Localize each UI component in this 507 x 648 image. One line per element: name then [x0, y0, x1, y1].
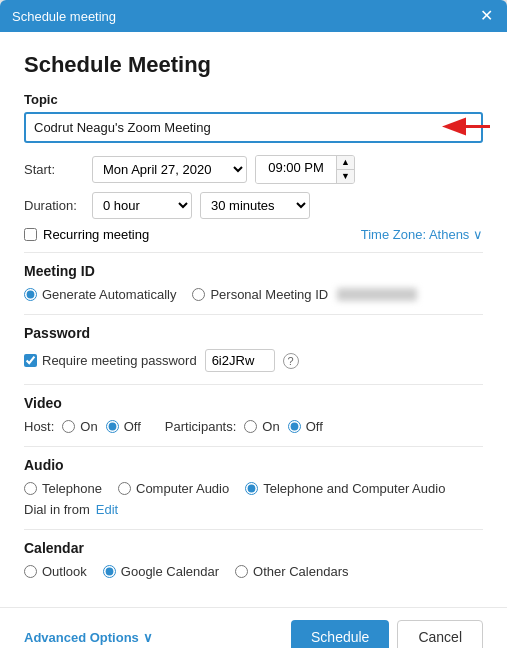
participants-off-option[interactable]: Off: [288, 419, 323, 434]
other-calendars-radio[interactable]: [235, 565, 248, 578]
personal-meeting-option[interactable]: Personal Meeting ID: [192, 287, 417, 302]
topic-section: Topic: [24, 92, 483, 143]
titlebar: Schedule meeting ✕: [0, 0, 507, 32]
audio-section: Audio Telephone Computer Audio Telephone…: [24, 457, 483, 517]
participants-off-radio[interactable]: [288, 420, 301, 433]
host-on-option[interactable]: On: [62, 419, 97, 434]
outlook-radio[interactable]: [24, 565, 37, 578]
recurring-row: Recurring meeting Time Zone: Athens ∨: [24, 227, 483, 242]
outlook-label[interactable]: Outlook: [42, 564, 87, 579]
google-calendar-option[interactable]: Google Calendar: [103, 564, 219, 579]
duration-minutes-select[interactable]: 30 minutes 15 minutes 45 minutes: [200, 192, 310, 219]
time-spinner-buttons: ▲ ▼: [336, 156, 354, 183]
telephone-label[interactable]: Telephone: [42, 481, 102, 496]
recurring-left: Recurring meeting: [24, 227, 149, 242]
time-up-button[interactable]: ▲: [337, 156, 354, 170]
generate-auto-label[interactable]: Generate Automatically: [42, 287, 176, 302]
participants-on-radio[interactable]: [244, 420, 257, 433]
window-title: Schedule meeting: [12, 9, 116, 24]
password-row: Require meeting password ?: [24, 349, 483, 372]
dial-label: Dial in from: [24, 502, 90, 517]
participants-label: Participants:: [165, 419, 237, 434]
participants-on-label[interactable]: On: [262, 419, 279, 434]
other-calendars-option[interactable]: Other Calendars: [235, 564, 348, 579]
video-section: Video Host: On Off Participants: On: [24, 395, 483, 434]
personal-meeting-label[interactable]: Personal Meeting ID: [210, 287, 328, 302]
footer: Advanced Options ∨ Schedule Cancel: [0, 607, 507, 648]
recurring-label[interactable]: Recurring meeting: [43, 227, 149, 242]
page-title: Schedule Meeting: [24, 52, 483, 78]
computer-audio-option[interactable]: Computer Audio: [118, 481, 229, 496]
audio-radio-group: Telephone Computer Audio Telephone and C…: [24, 481, 483, 496]
host-off-radio[interactable]: [106, 420, 119, 433]
meeting-id-title: Meeting ID: [24, 263, 483, 279]
generate-auto-option[interactable]: Generate Automatically: [24, 287, 176, 302]
dial-row: Dial in from Edit: [24, 502, 483, 517]
audio-title: Audio: [24, 457, 483, 473]
outlook-option[interactable]: Outlook: [24, 564, 87, 579]
host-label: Host:: [24, 419, 54, 434]
topic-input[interactable]: [24, 112, 483, 143]
both-audio-radio[interactable]: [245, 482, 258, 495]
host-off-option[interactable]: Off: [106, 419, 141, 434]
schedule-meeting-window: Schedule meeting ✕ Schedule Meeting Topi…: [0, 0, 507, 648]
schedule-button[interactable]: Schedule: [291, 620, 389, 648]
calendar-title: Calendar: [24, 540, 483, 556]
participants-off-label[interactable]: Off: [306, 419, 323, 434]
calendar-radio-group: Outlook Google Calendar Other Calendars: [24, 564, 483, 579]
video-title: Video: [24, 395, 483, 411]
footer-buttons: Schedule Cancel: [291, 620, 483, 648]
other-calendars-label[interactable]: Other Calendars: [253, 564, 348, 579]
require-password-label[interactable]: Require meeting password: [42, 353, 197, 368]
time-down-button[interactable]: ▼: [337, 170, 354, 183]
start-row: Start: Mon April 27, 2020 09:00 PM ▲ ▼: [24, 155, 483, 184]
edit-link[interactable]: Edit: [96, 502, 118, 517]
google-calendar-radio[interactable]: [103, 565, 116, 578]
advanced-options-label: Advanced Options: [24, 630, 139, 645]
cancel-button[interactable]: Cancel: [397, 620, 483, 648]
password-title: Password: [24, 325, 483, 341]
password-help-icon[interactable]: ?: [283, 353, 299, 369]
divider-3: [24, 384, 483, 385]
host-on-label[interactable]: On: [80, 419, 97, 434]
meeting-id-radio-group: Generate Automatically Personal Meeting …: [24, 287, 483, 302]
timezone-link[interactable]: Time Zone: Athens ∨: [361, 227, 483, 242]
both-audio-label[interactable]: Telephone and Computer Audio: [263, 481, 445, 496]
close-button[interactable]: ✕: [478, 8, 495, 24]
duration-label: Duration:: [24, 198, 84, 213]
divider-4: [24, 446, 483, 447]
password-section: Password Require meeting password ?: [24, 325, 483, 372]
host-on-radio[interactable]: [62, 420, 75, 433]
calendar-section: Calendar Outlook Google Calendar Other C…: [24, 540, 483, 579]
require-password-checkbox[interactable]: [24, 354, 37, 367]
divider-5: [24, 529, 483, 530]
computer-audio-radio[interactable]: [118, 482, 131, 495]
advanced-options-link[interactable]: Advanced Options ∨: [24, 630, 153, 645]
google-calendar-label[interactable]: Google Calendar: [121, 564, 219, 579]
start-date-select[interactable]: Mon April 27, 2020: [92, 156, 247, 183]
personal-meeting-id-value: [337, 288, 417, 301]
time-wrapper: 09:00 PM ▲ ▼: [255, 155, 355, 184]
generate-auto-radio[interactable]: [24, 288, 37, 301]
participants-on-option[interactable]: On: [244, 419, 279, 434]
recurring-checkbox[interactable]: [24, 228, 37, 241]
video-row: Host: On Off Participants: On Off: [24, 419, 483, 434]
meeting-id-section: Meeting ID Generate Automatically Person…: [24, 263, 483, 302]
divider-2: [24, 314, 483, 315]
form-content: Schedule Meeting Topic: [0, 32, 507, 607]
divider-1: [24, 252, 483, 253]
duration-hours-select[interactable]: 0 hour 1 hour 2 hours: [92, 192, 192, 219]
computer-audio-label[interactable]: Computer Audio: [136, 481, 229, 496]
duration-row: Duration: 0 hour 1 hour 2 hours 30 minut…: [24, 192, 483, 219]
start-label: Start:: [24, 162, 84, 177]
telephone-radio[interactable]: [24, 482, 37, 495]
personal-meeting-radio[interactable]: [192, 288, 205, 301]
time-value: 09:00 PM: [256, 156, 336, 183]
both-audio-option[interactable]: Telephone and Computer Audio: [245, 481, 445, 496]
advanced-chevron-icon: ∨: [143, 630, 153, 645]
require-password-checkbox-item[interactable]: Require meeting password: [24, 353, 197, 368]
telephone-option[interactable]: Telephone: [24, 481, 102, 496]
password-input[interactable]: [205, 349, 275, 372]
host-off-label[interactable]: Off: [124, 419, 141, 434]
topic-label: Topic: [24, 92, 483, 107]
